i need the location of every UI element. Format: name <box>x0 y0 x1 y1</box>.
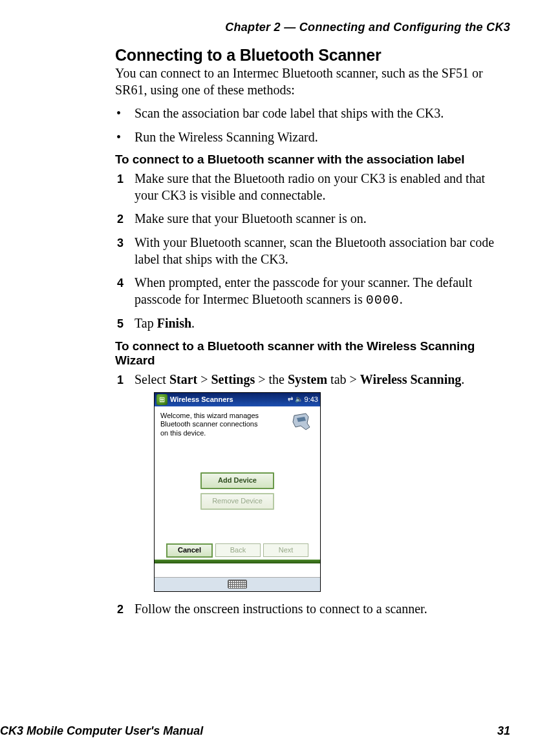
step-text: . <box>191 316 195 330</box>
ui-label: Start <box>169 372 197 386</box>
ui-label: Finish <box>157 316 191 330</box>
chapter-header: Chapter 2 — Connecting and Configuring t… <box>0 21 510 34</box>
step-text: tab > <box>327 372 360 386</box>
remove-device-button: Remove Device <box>200 493 274 510</box>
sip-bar <box>155 577 320 591</box>
next-button: Next <box>263 543 308 557</box>
clock[interactable]: 9:43 <box>305 395 318 404</box>
volume-icon[interactable]: 🔈 <box>295 395 303 404</box>
subsection-title: To connect to a Bluetooth scanner with t… <box>115 152 507 167</box>
steps-association: 1Make sure that the Bluetooth radio on y… <box>115 171 507 332</box>
step-text: > <box>197 372 211 386</box>
step-text: When prompted, enter the passcode for yo… <box>135 275 472 306</box>
step-item: 5 Tap Finish. <box>115 315 507 332</box>
ui-label: Settings <box>211 372 255 386</box>
section-title: Connecting to a Bluetooth Scanner <box>115 46 507 65</box>
bullet-item: Run the Wireless Scanning Wizard. <box>115 129 507 145</box>
cancel-button[interactable]: Cancel <box>166 543 213 558</box>
step-text: Tap <box>135 316 157 330</box>
step-item: 2Follow the onscreen instructions to con… <box>115 601 507 618</box>
bullet-item: Scan the association bar code label that… <box>115 105 507 121</box>
page-number: 31 <box>497 724 510 738</box>
subsection-title: To connect to a Bluetooth scanner with t… <box>115 339 507 368</box>
step-text: Follow the onscreen instructions to conn… <box>135 602 427 616</box>
step-item: 4 When prompted, enter the passcode for … <box>115 275 507 308</box>
ui-label: Wireless Scanning <box>360 372 462 386</box>
welcome-text: Welcome, this wizard manages Bluetooth s… <box>160 412 261 438</box>
start-icon[interactable] <box>156 394 167 405</box>
ui-label: System <box>288 372 327 386</box>
add-device-button[interactable]: Add Device <box>200 472 274 489</box>
step-item: 2Make sure that your Bluetooth scanner i… <box>115 211 507 227</box>
connectivity-icon[interactable]: ⇄ <box>288 395 293 404</box>
device-screenshot: Wireless Scanners ⇄ 🔈 9:43 Welcome, this… <box>154 392 321 592</box>
window-title: Wireless Scanners <box>170 395 288 404</box>
wizard-body: Welcome, this wizard manages Bluetooth s… <box>155 406 320 577</box>
divider-stripe <box>155 560 320 563</box>
window-titlebar: Wireless Scanners ⇄ 🔈 9:43 <box>155 393 320 406</box>
method-bullets: Scan the association bar code label that… <box>115 105 507 145</box>
step-text: With your Bluetooth scanner, scan the Bl… <box>135 235 494 266</box>
system-tray: ⇄ 🔈 9:43 <box>288 395 318 404</box>
step-item: 1Make sure that the Bluetooth radio on y… <box>115 171 507 204</box>
back-button: Back <box>215 543 261 557</box>
intro-paragraph: You can connect to an Intermec Bluetooth… <box>115 65 507 98</box>
passcode: 0000 <box>366 293 400 308</box>
keyboard-icon[interactable] <box>228 580 247 589</box>
step-text: Make sure that the Bluetooth radio on yo… <box>135 171 485 202</box>
step-item: 3With your Bluetooth scanner, scan the B… <box>115 235 507 268</box>
footer-title: CK3 Mobile Computer User's Manual <box>0 724 203 738</box>
scanner-icon <box>292 412 314 434</box>
step-text: . <box>461 372 464 386</box>
step-item: 1 Select Start > Settings > the System t… <box>115 372 507 592</box>
step-text: Select <box>135 372 169 386</box>
step-text: Make sure that your Bluetooth scanner is… <box>135 211 367 226</box>
step-text: > the <box>255 372 288 386</box>
steps-wizard: 1 Select Start > Settings > the System t… <box>115 372 507 617</box>
step-text: . <box>400 292 403 306</box>
